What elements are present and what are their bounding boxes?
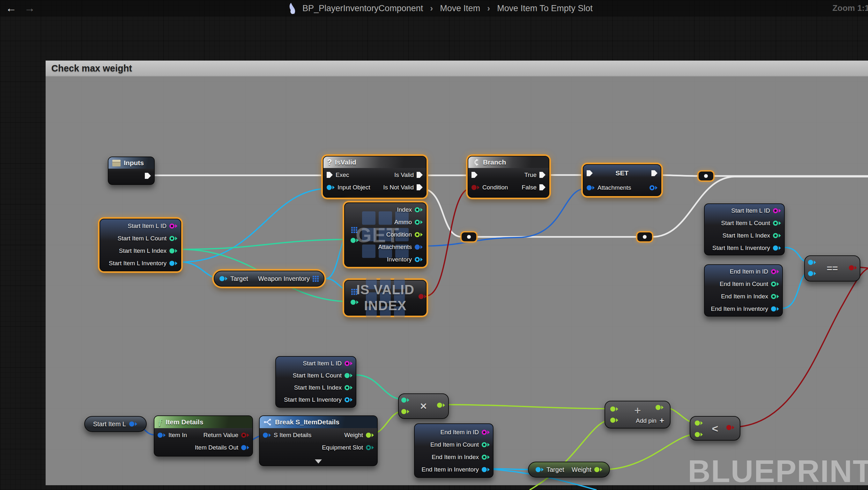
- node-end-item-in[interactable]: End Item in ID End Item in Count End Ite…: [414, 423, 494, 478]
- start-item-index-pin[interactable]: [169, 248, 177, 254]
- ammo-out-pin[interactable]: [415, 220, 423, 225]
- multiply-symbol: ✕: [399, 401, 448, 412]
- start-item-index-pin[interactable]: [773, 233, 781, 238]
- end-item-index-pin[interactable]: [482, 455, 490, 460]
- node-title: SET: [584, 169, 661, 177]
- end-item-id-pin[interactable]: [482, 430, 490, 435]
- breadcrumb-item-class[interactable]: BP_PlayerInventoryComponent: [302, 3, 423, 13]
- condition-out-pin[interactable]: [415, 232, 423, 237]
- node-start-item-local[interactable]: Start Item L ID Start Item L Count Start…: [704, 203, 785, 255]
- condition-pin[interactable]: [471, 185, 479, 190]
- start-item-id-pin[interactable]: [773, 208, 781, 213]
- node-item-details[interactable]: ƒ Item Details Item In Return Value Item…: [154, 415, 253, 457]
- item-details-out-pin[interactable]: [241, 445, 249, 450]
- function-icon: ƒ: [158, 417, 163, 427]
- start-item-id-pin[interactable]: [344, 361, 352, 366]
- start-item-count-pin[interactable]: [169, 236, 177, 241]
- true-exec-out-pin[interactable]: [539, 172, 546, 178]
- end-item-count-pin[interactable]: [482, 442, 490, 447]
- node-equals[interactable]: ==: [804, 255, 860, 282]
- node-start-item-local[interactable]: Start Item L ID Start Item L Count Start…: [99, 219, 181, 271]
- reroute-node[interactable]: [638, 232, 652, 241]
- exec-out-pin[interactable]: [145, 173, 151, 179]
- bool-wires[interactable]: [426, 188, 868, 427]
- add-pin-button[interactable]: Add pin ＋: [636, 415, 665, 425]
- attachments-out-pin[interactable]: [650, 185, 657, 190]
- node-get-weight[interactable]: Target Weight: [528, 462, 610, 478]
- return-value-pin[interactable]: [241, 433, 249, 438]
- is-not-valid-exec-out-pin[interactable]: [416, 184, 423, 190]
- start-item-id-pin[interactable]: [169, 224, 177, 229]
- start-item-inventory-pin[interactable]: [344, 397, 352, 402]
- reroute-node[interactable]: [462, 232, 476, 241]
- node-get-start-item[interactable]: Start Item L: [84, 416, 147, 432]
- node-title: Branch: [483, 158, 506, 166]
- node-add[interactable]: ＋ Add pin ＋: [604, 401, 671, 428]
- start-item-out-pin[interactable]: [129, 421, 137, 427]
- weight-out-pin[interactable]: [594, 467, 602, 472]
- expand-pins-icon[interactable]: [315, 459, 322, 463]
- breadcrumb-item-function[interactable]: Move Item: [440, 3, 480, 13]
- start-item-inventory-pin[interactable]: [773, 246, 781, 251]
- end-item-inventory-pin[interactable]: [771, 306, 779, 312]
- node-title: Break S_ItemDetails: [275, 418, 339, 426]
- breadcrumb-separator-icon: ›: [428, 3, 435, 13]
- node-end-item-in[interactable]: End Item in ID End Item in Count End Ite…: [704, 264, 783, 317]
- node-less-than[interactable]: <: [690, 416, 740, 440]
- equals-symbol: ==: [805, 263, 860, 274]
- node-array-get[interactable]: GET Index Ammo Condition Attachments Inv…: [344, 202, 427, 267]
- inventory-out-pin[interactable]: [415, 257, 423, 262]
- exec-in-pin[interactable]: [327, 172, 333, 178]
- input-object-pin[interactable]: [327, 185, 335, 190]
- equipment-slot-out-pin[interactable]: [366, 445, 374, 450]
- false-exec-out-pin[interactable]: [539, 184, 546, 190]
- node-set-attachments[interactable]: SET Attachments: [583, 164, 661, 196]
- exec-in-pin[interactable]: [471, 172, 477, 178]
- node-title: IsValid: [335, 158, 356, 166]
- reroute-pin[interactable]: [643, 235, 647, 239]
- start-item-count-pin[interactable]: [773, 221, 781, 226]
- node-start-item-local[interactable]: Start Item L ID Start Item L Count Start…: [275, 356, 356, 408]
- nav-back-icon[interactable]: ←: [6, 2, 17, 14]
- end-item-id-pin[interactable]: [771, 269, 779, 274]
- item-in-pin[interactable]: [158, 433, 165, 438]
- node-get-weapon-inventory[interactable]: Target Weapon Inventory: [214, 271, 324, 287]
- attachments-out-pin[interactable]: [415, 244, 423, 250]
- add-input-b-pin[interactable]: [610, 418, 618, 423]
- array-out-pin[interactable]: [313, 276, 319, 282]
- weight-out-pin[interactable]: [366, 433, 374, 438]
- breadcrumb: BP_PlayerInventoryComponent › Move Item …: [286, 0, 593, 17]
- start-item-index-pin[interactable]: [344, 385, 352, 390]
- breadcrumb-item-graph[interactable]: Move Item To Empty Slot: [497, 3, 593, 13]
- bool-out-pin[interactable]: [418, 294, 427, 299]
- nav-forward-icon[interactable]: →: [24, 2, 35, 14]
- node-isvalid[interactable]: ? IsValid Exec Is Valid Input Object Is …: [323, 156, 427, 198]
- node-break-s-itemdetails[interactable]: Break S_ItemDetails S Item Details Weigh…: [259, 415, 378, 466]
- branch-icon: [472, 158, 480, 166]
- node-is-valid-index[interactable]: IS VALID INDEX: [344, 280, 427, 316]
- start-item-count-pin[interactable]: [344, 373, 352, 378]
- question-icon: ?: [327, 158, 332, 167]
- node-branch[interactable]: Branch True Condition False: [468, 156, 549, 198]
- node-inputs[interactable]: Inputs: [108, 157, 155, 185]
- node-multiply[interactable]: ✕: [398, 393, 449, 419]
- plus-icon: ＋: [658, 416, 665, 424]
- s-item-details-in-pin[interactable]: [263, 433, 271, 438]
- end-item-index-pin[interactable]: [771, 294, 779, 299]
- reroute-node[interactable]: [699, 171, 713, 181]
- break-struct-icon: [264, 418, 272, 426]
- target-in-pin[interactable]: [219, 276, 227, 281]
- end-item-count-pin[interactable]: [771, 282, 779, 287]
- is-valid-exec-out-pin[interactable]: [416, 172, 423, 178]
- zoom-level-label: Zoom 1:1: [832, 3, 868, 13]
- start-item-inventory-pin[interactable]: [169, 261, 177, 266]
- blueprint-graph-canvas[interactable]: Check max weight BLUEPRINT: [0, 0, 868, 490]
- less-symbol: <: [690, 422, 740, 435]
- index-out-pin[interactable]: [415, 207, 423, 212]
- reroute-pin[interactable]: [467, 235, 471, 239]
- attachments-in-pin[interactable]: [587, 185, 595, 190]
- end-item-inventory-pin[interactable]: [482, 467, 490, 472]
- node-title: Inputs: [124, 159, 144, 167]
- reroute-pin[interactable]: [704, 174, 708, 178]
- target-in-pin[interactable]: [536, 467, 544, 472]
